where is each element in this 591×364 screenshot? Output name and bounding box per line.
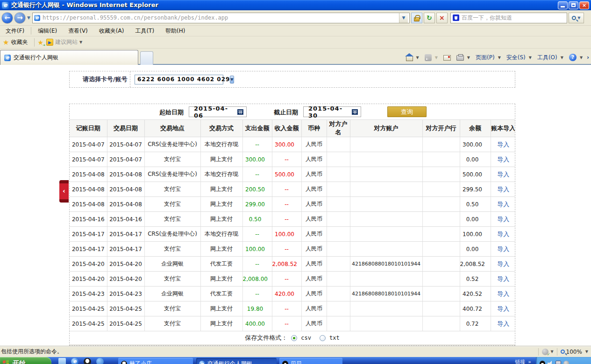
account-number-select[interactable]: 6222 6006 1000 4602 029 ▼	[135, 75, 223, 84]
menu-item-4[interactable]: 工具(T)	[129, 26, 160, 36]
start-date-input[interactable]: 2015-04-06	[189, 106, 247, 117]
feeds-button[interactable]: ▼	[423, 53, 439, 62]
calendar-icon[interactable]	[352, 109, 358, 115]
add-favorite-icon[interactable]: ★	[37, 39, 43, 46]
column-header: 支出金额	[242, 120, 272, 137]
import-link[interactable]: 导入	[497, 305, 509, 312]
start-button[interactable]: 开始	[0, 357, 51, 364]
menu-item-5[interactable]: 帮助(H)	[160, 26, 191, 36]
table-cell: 2015-04-20	[70, 272, 107, 287]
quicklaunch-ie-icon[interactable]: e	[71, 358, 78, 364]
search-button[interactable]: ▼	[569, 13, 584, 23]
favorites-button[interactable]: 收藏夹	[11, 38, 28, 46]
import-link[interactable]: 导入	[497, 290, 509, 297]
tools-menu-button[interactable]: 工具(O)▼	[536, 53, 565, 63]
tab-active[interactable]: e 交通银行个人网银	[0, 50, 138, 65]
quicklaunch-app-icon[interactable]	[84, 358, 91, 364]
taskbar-task-2[interactable]: e 交通银行个人网银	[196, 358, 277, 364]
rss-feed-icon	[425, 54, 432, 61]
taskbar-links-toolbar[interactable]: 链接 »	[515, 358, 531, 364]
search-options-caret-icon[interactable]: ▼	[577, 16, 580, 20]
import-link[interactable]: 导入	[497, 260, 509, 267]
close-button[interactable]: ×	[579, 1, 589, 9]
txt-radio[interactable]	[320, 335, 326, 341]
column-header: 对方户名	[327, 120, 350, 137]
protected-mode-icon[interactable]	[542, 349, 548, 355]
taskbar-task-3[interactable]: 贝贝	[279, 358, 342, 364]
sidebar-collapse-handle[interactable]: ‹	[59, 180, 69, 203]
quicklaunch-messenger-icon[interactable]	[96, 358, 104, 364]
suggested-sites-caret-icon[interactable]: ▼	[79, 40, 82, 44]
help-button[interactable]: ?▼	[568, 53, 584, 62]
search-box[interactable]: 百度一下，你就知道	[450, 13, 567, 23]
import-link[interactable]: 导入	[497, 231, 509, 238]
table-cell	[422, 167, 460, 182]
url-text[interactable]: https://personal.95559.com.cn/personbank…	[43, 14, 399, 21]
security-lock-button[interactable]	[411, 13, 422, 23]
links-overflow-icon[interactable]: »	[528, 359, 531, 364]
qq-penguin-icon	[282, 361, 288, 364]
address-bar[interactable]: e https://personal.95559.com.cn/personba…	[32, 13, 410, 23]
tray-status-icon[interactable]	[563, 361, 569, 364]
table-cell: 人民币	[301, 316, 327, 331]
system-tray	[536, 357, 591, 364]
show-desktop-icon[interactable]	[58, 358, 66, 364]
zoom-level[interactable]: 100%	[566, 349, 582, 355]
page-menu-button[interactable]: 页面(P)▼	[474, 53, 502, 63]
search-icon	[572, 16, 576, 20]
table-cell: 支付宝	[144, 316, 200, 331]
table-cell: --	[272, 242, 301, 257]
forward-button[interactable]: →	[14, 12, 26, 24]
minimize-button[interactable]	[558, 1, 568, 9]
query-button[interactable]: 查询	[387, 106, 427, 117]
import-link[interactable]: 导入	[497, 156, 509, 163]
import-link[interactable]: 导入	[497, 201, 509, 208]
print-caret-icon[interactable]: ▼	[467, 56, 470, 60]
end-date-input[interactable]: 2015-04-30	[303, 106, 361, 117]
table-cell: 2,008.52	[460, 257, 491, 272]
toolbar-overflow-icon[interactable]: ›	[587, 54, 589, 61]
table-cell	[327, 167, 350, 182]
zoom-caret-icon[interactable]: ▼	[585, 350, 588, 354]
read-mail-button[interactable]	[442, 53, 452, 62]
import-link[interactable]: 导入	[497, 186, 509, 193]
safety-menu-button[interactable]: 安全(S)▼	[505, 53, 533, 63]
new-tab-stub[interactable]	[140, 51, 153, 65]
import-link[interactable]: 导入	[497, 216, 509, 223]
table-cell	[422, 287, 460, 301]
import-link[interactable]: 导入	[497, 320, 509, 327]
csv-radio[interactable]	[291, 335, 297, 341]
tray-volume-icon[interactable]	[548, 361, 553, 364]
home-button[interactable]: ▼	[405, 53, 420, 62]
taskbar-task-1[interactable]: 赫了小店	[118, 358, 193, 364]
import-link[interactable]: 导入	[497, 275, 509, 282]
import-link[interactable]: 导入	[497, 141, 509, 148]
tray-qq-icon[interactable]	[540, 361, 545, 364]
select-dropdown-icon[interactable]: ▼	[230, 76, 234, 84]
table-cell	[422, 316, 460, 331]
table-cell: --	[272, 152, 301, 167]
stop-button[interactable]: ×	[436, 13, 448, 23]
refresh-button[interactable]: ↻	[424, 13, 435, 23]
import-link[interactable]: 导入	[497, 245, 509, 252]
tab-bar: e 交通银行个人网银 ▼ ▼ ▼ 页面(P)▼ 安全(S)▼ 工具(O)▼ ?▼…	[0, 49, 591, 65]
import-link[interactable]: 导入	[497, 171, 509, 178]
search-placeholder[interactable]: 百度一下，你就知道	[462, 14, 565, 22]
menu-item-0[interactable]: 文件(F)	[0, 26, 30, 36]
back-button[interactable]: ←	[1, 12, 13, 24]
protected-mode-caret-icon[interactable]: ▼	[550, 350, 553, 354]
home-caret-icon[interactable]: ▼	[416, 56, 419, 60]
ie-logo-icon: e	[2, 2, 9, 9]
address-dropdown-button[interactable]: ▼	[399, 13, 408, 23]
menu-item-3[interactable]: 收藏夹(A)	[93, 26, 130, 36]
menu-item-2[interactable]: 查看(V)	[63, 26, 93, 36]
calendar-icon[interactable]	[237, 109, 243, 115]
suggested-sites-button[interactable]: 建议网站	[55, 38, 78, 46]
zoom-icon[interactable]	[561, 350, 565, 354]
print-button[interactable]: ▼	[455, 53, 471, 62]
tray-display-icon[interactable]	[555, 361, 561, 364]
history-dropdown-icon[interactable]: ▼	[27, 15, 30, 20]
menu-item-1[interactable]: 编辑(E)	[32, 26, 63, 36]
maximize-button[interactable]	[569, 1, 578, 9]
help-caret-icon: ▼	[580, 56, 583, 60]
